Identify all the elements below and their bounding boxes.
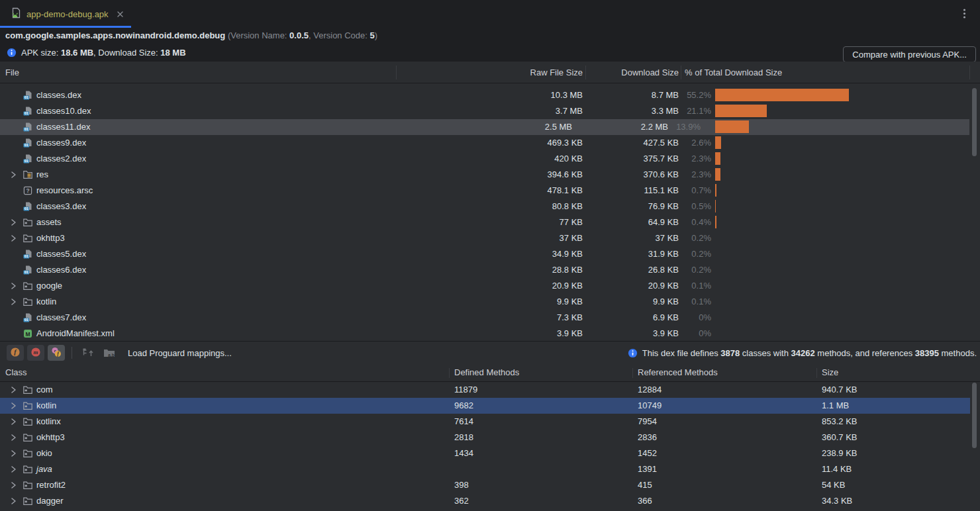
show-fields-toggle[interactable]: f — [7, 345, 24, 361]
file-row[interactable]: 01classes.dex10.3 MB8.7 MB55.2% — [0, 87, 980, 103]
package-size: 54 KB — [822, 477, 845, 493]
package-folder-icon — [23, 480, 33, 490]
file-name: kotlin — [36, 294, 56, 310]
expand-chevron-icon[interactable] — [8, 233, 19, 244]
file-row[interactable]: 01classes2.dex420 KB375.7 KB2.3% — [0, 151, 980, 167]
package-name: okio — [36, 445, 52, 461]
file-row[interactable]: 01classes10.dex3.7 MB3.3 MB21.1% — [0, 103, 980, 119]
class-table-scrollbar[interactable] — [972, 383, 977, 448]
file-row[interactable]: 01classes11.dex2.5 MB2.2 MB13.9% — [0, 119, 969, 135]
expand-tree-icon[interactable] — [82, 347, 95, 359]
package-folder-icon — [23, 448, 33, 459]
class-row[interactable]: okhttp328182836360.7 KB — [0, 430, 980, 445]
column-download-size[interactable]: Download Size — [621, 68, 679, 77]
file-name: assets — [36, 214, 62, 230]
file-row[interactable]: google20.9 KB20.9 KB0.1% — [0, 278, 980, 294]
file-name: classes10.dex — [36, 103, 91, 119]
package-size: 1.1 MB — [822, 398, 849, 414]
percent-of-total: 0% — [699, 326, 711, 341]
expand-chevron-icon[interactable] — [8, 217, 19, 228]
percent-of-total: 0.2% — [691, 230, 711, 246]
expand-chevron-icon[interactable] — [8, 496, 19, 506]
column-raw-size[interactable]: Raw File Size — [530, 68, 583, 77]
column-referenced-methods[interactable]: Referenced Methods — [638, 367, 718, 377]
package-name: kotlinx — [36, 414, 61, 430]
version-code: 5 — [370, 30, 375, 40]
expand-chevron-icon[interactable] — [8, 169, 19, 180]
file-table-scrollbar[interactable] — [972, 88, 977, 156]
file-row[interactable]: kotlin9.9 KB9.9 KB0.1% — [0, 294, 980, 310]
show-methods-toggle[interactable]: m — [27, 345, 44, 361]
percent-of-total: 2.3% — [691, 167, 711, 183]
kebab-menu-icon[interactable] — [959, 7, 969, 20]
defined-methods: 2818 — [454, 430, 473, 445]
svg-text:01: 01 — [24, 159, 28, 163]
class-row[interactable]: retrofit239841554 KB — [0, 477, 980, 493]
expand-chevron-icon[interactable] — [8, 281, 19, 291]
expand-chevron-icon[interactable] — [8, 448, 19, 459]
column-divider — [396, 66, 397, 79]
file-name: classes5.dex — [36, 246, 86, 262]
expand-chevron-icon[interactable] — [8, 480, 19, 490]
file-row[interactable]: okhttp337 KB37 KB0.2% — [0, 230, 980, 246]
file-row[interactable]: 01classes9.dex469.3 KB427.5 KB2.6% — [0, 135, 980, 151]
file-row[interactable]: 01classes7.dex7.3 KB6.9 KB0% — [0, 310, 980, 326]
svg-text:01: 01 — [24, 270, 28, 274]
tab-apk[interactable]: app-demo-debug.apk — [0, 0, 131, 28]
svg-text:01: 01 — [24, 111, 28, 115]
dex-file-icon: 01 — [23, 122, 33, 132]
file-name: classes6.dex — [36, 262, 86, 278]
file-name: classes9.dex — [36, 135, 86, 151]
file-row[interactable]: assets77 KB64.9 KB0.4% — [0, 214, 980, 230]
dex-file-icon: 01 — [23, 201, 33, 212]
class-row[interactable]: java139111.4 KB — [0, 461, 980, 477]
file-row[interactable]: 01classes6.dex28.8 KB26.8 KB0.2% — [0, 262, 980, 278]
file-row[interactable]: 01classes5.dex34.9 KB31.9 KB0.2% — [0, 246, 980, 262]
column-size[interactable]: Size — [822, 367, 838, 377]
expand-chevron-icon[interactable] — [8, 432, 19, 443]
package-name: java — [36, 461, 52, 477]
load-proguard-mappings-button[interactable]: Load Proguard mappings... — [128, 348, 232, 358]
svg-text:?: ? — [26, 187, 29, 194]
package-folder-icon — [23, 416, 33, 427]
expand-chevron-icon[interactable] — [8, 464, 19, 475]
percent-of-total: 0.7% — [691, 183, 711, 199]
download-size: 3.3 MB — [652, 103, 679, 119]
deobfuscate-folder-icon[interactable]: a.b — [103, 347, 116, 359]
file-row[interactable]: ?resources.arsc478.1 KB115.1 KB0.7% — [0, 183, 980, 199]
file-row[interactable]: res394.6 KB370.6 KB2.3% — [0, 167, 980, 183]
raw-file-size: 28.8 KB — [552, 262, 583, 278]
file-name: resources.arsc — [36, 183, 93, 199]
column-class[interactable]: Class — [5, 367, 27, 377]
class-row[interactable]: okio14341452238.9 KB — [0, 445, 980, 461]
package-name: kotlin — [36, 398, 56, 414]
column-percent[interactable]: % of Total Download Size — [685, 68, 782, 77]
file-row[interactable]: 01classes3.dex80.8 KB76.9 KB0.5% — [0, 199, 980, 214]
apk-file-icon — [11, 7, 22, 21]
column-defined-methods[interactable]: Defined Methods — [454, 367, 519, 377]
referenced-methods: 2836 — [638, 430, 657, 445]
version-name: 0.0.5 — [289, 30, 309, 40]
column-file[interactable]: File — [5, 68, 19, 77]
info-icon — [628, 348, 638, 358]
class-row[interactable]: kotlinx76147954853.2 KB — [0, 414, 980, 430]
compare-apk-button[interactable]: Compare with previous APK... — [843, 46, 976, 62]
class-row[interactable]: dagger36236634.3 KB — [0, 493, 980, 509]
expand-chevron-icon[interactable] — [8, 385, 19, 395]
expand-chevron-icon[interactable] — [8, 297, 19, 307]
raw-file-size: 10.3 MB — [551, 87, 583, 103]
dex-info-text: This dex file defines 3878 classes with … — [628, 342, 977, 365]
column-divider — [969, 66, 970, 79]
file-row[interactable]: MAndroidManifest.xml3.9 KB3.9 KB0% — [0, 326, 980, 341]
dex-file-icon: 01 — [23, 90, 33, 101]
file-name: classes7.dex — [36, 310, 86, 326]
show-referenced-toggle[interactable]: rf — [48, 345, 65, 361]
folder-icon — [23, 281, 33, 291]
close-icon[interactable] — [116, 10, 124, 19]
file-name: res — [36, 167, 48, 183]
class-row[interactable]: kotlin9682107491.1 MB — [0, 398, 970, 414]
class-row[interactable]: com1187912884940.7 KB — [0, 382, 980, 398]
expand-chevron-icon[interactable] — [8, 400, 19, 411]
expand-chevron-icon[interactable] — [8, 416, 19, 427]
package-size: 360.7 KB — [822, 430, 858, 445]
